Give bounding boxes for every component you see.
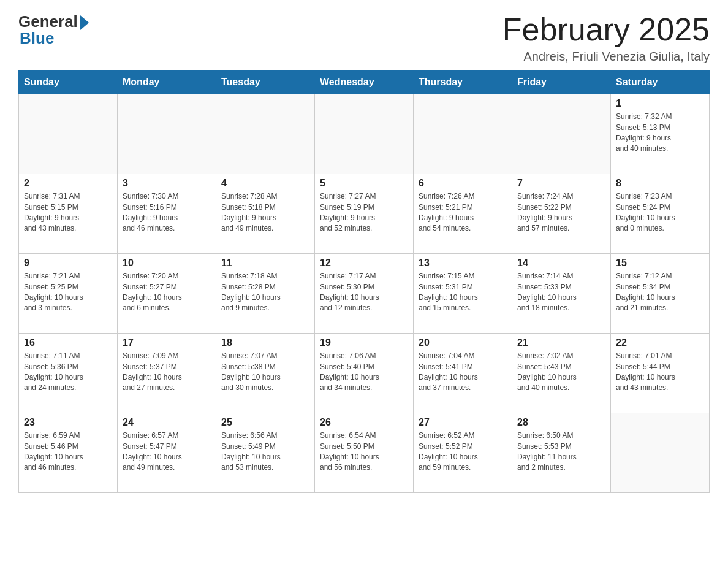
calendar-cell: 16Sunrise: 7:11 AMSunset: 5:36 PMDayligh…: [19, 334, 118, 413]
day-number: 7: [517, 178, 605, 189]
day-number: 2: [24, 178, 112, 189]
calendar-cell: 3Sunrise: 7:30 AMSunset: 5:16 PMDaylight…: [118, 174, 216, 254]
day-info: Sunrise: 6:50 AMSunset: 5:53 PMDaylight:…: [517, 431, 605, 473]
week-row-5: 23Sunrise: 6:59 AMSunset: 5:46 PMDayligh…: [19, 413, 710, 493]
week-row-3: 9Sunrise: 7:21 AMSunset: 5:25 PMDaylight…: [19, 254, 710, 334]
calendar-cell: 26Sunrise: 6:54 AMSunset: 5:50 PMDayligh…: [315, 413, 414, 493]
day-info: Sunrise: 7:09 AMSunset: 5:37 PMDaylight:…: [123, 351, 211, 394]
day-number: 21: [517, 337, 605, 348]
day-number: 27: [419, 417, 507, 428]
calendar-cell: 23Sunrise: 6:59 AMSunset: 5:46 PMDayligh…: [19, 413, 118, 493]
calendar-cell: 15Sunrise: 7:12 AMSunset: 5:34 PMDayligh…: [611, 254, 710, 334]
calendar-cell: 1Sunrise: 7:32 AMSunset: 5:13 PMDaylight…: [611, 94, 710, 174]
calendar-cell: 28Sunrise: 6:50 AMSunset: 5:53 PMDayligh…: [512, 413, 611, 493]
day-info: Sunrise: 7:02 AMSunset: 5:43 PMDaylight:…: [517, 351, 605, 394]
day-number: 14: [517, 258, 605, 269]
day-info: Sunrise: 6:56 AMSunset: 5:49 PMDaylight:…: [221, 431, 309, 473]
calendar-cell: 8Sunrise: 7:23 AMSunset: 5:24 PMDaylight…: [611, 174, 710, 254]
calendar-cell: 12Sunrise: 7:17 AMSunset: 5:30 PMDayligh…: [315, 254, 414, 334]
day-number: 4: [221, 178, 309, 189]
day-number: 5: [320, 178, 408, 189]
day-number: 13: [419, 258, 507, 269]
header-day-wednesday: Wednesday: [315, 71, 414, 94]
day-number: 22: [616, 337, 704, 348]
day-info: Sunrise: 7:18 AMSunset: 5:28 PMDaylight:…: [221, 271, 309, 314]
calendar-cell: 6Sunrise: 7:26 AMSunset: 5:21 PMDaylight…: [414, 174, 512, 254]
calendar-cell: 17Sunrise: 7:09 AMSunset: 5:37 PMDayligh…: [118, 334, 216, 413]
week-row-2: 2Sunrise: 7:31 AMSunset: 5:15 PMDaylight…: [19, 174, 710, 254]
calendar-table: SundayMondayTuesdayWednesdayThursdayFrid…: [18, 70, 710, 493]
calendar-cell: 22Sunrise: 7:01 AMSunset: 5:44 PMDayligh…: [611, 334, 710, 413]
calendar-cell: 18Sunrise: 7:07 AMSunset: 5:38 PMDayligh…: [216, 334, 315, 413]
calendar-cell: [315, 94, 414, 174]
day-number: 11: [221, 258, 309, 269]
day-number: 16: [24, 337, 112, 348]
calendar-cell: 14Sunrise: 7:14 AMSunset: 5:33 PMDayligh…: [512, 254, 611, 334]
calendar-cell: 21Sunrise: 7:02 AMSunset: 5:43 PMDayligh…: [512, 334, 611, 413]
calendar-cell: 10Sunrise: 7:20 AMSunset: 5:27 PMDayligh…: [118, 254, 216, 334]
day-number: 24: [123, 417, 211, 428]
day-info: Sunrise: 7:27 AMSunset: 5:19 PMDaylight:…: [320, 191, 408, 234]
day-info: Sunrise: 7:21 AMSunset: 5:25 PMDaylight:…: [24, 271, 112, 314]
day-info: Sunrise: 6:57 AMSunset: 5:47 PMDaylight:…: [123, 431, 211, 473]
week-row-1: 1Sunrise: 7:32 AMSunset: 5:13 PMDaylight…: [19, 94, 710, 174]
calendar-subtitle: Andreis, Friuli Venezia Giulia, Italy: [502, 50, 710, 64]
calendar-cell: 9Sunrise: 7:21 AMSunset: 5:25 PMDaylight…: [19, 254, 118, 334]
day-info: Sunrise: 7:26 AMSunset: 5:21 PMDaylight:…: [419, 191, 507, 234]
day-info: Sunrise: 7:31 AMSunset: 5:15 PMDaylight:…: [24, 191, 112, 234]
calendar-cell: 2Sunrise: 7:31 AMSunset: 5:15 PMDaylight…: [19, 174, 118, 254]
header-day-friday: Friday: [512, 71, 611, 94]
day-info: Sunrise: 7:04 AMSunset: 5:41 PMDaylight:…: [419, 351, 507, 394]
day-number: 15: [616, 258, 704, 269]
calendar-cell: 4Sunrise: 7:28 AMSunset: 5:18 PMDaylight…: [216, 174, 315, 254]
day-info: Sunrise: 7:20 AMSunset: 5:27 PMDaylight:…: [123, 271, 211, 314]
calendar-cell: [414, 94, 512, 174]
header-day-monday: Monday: [118, 71, 216, 94]
day-info: Sunrise: 7:24 AMSunset: 5:22 PMDaylight:…: [517, 191, 605, 234]
day-info: Sunrise: 7:32 AMSunset: 5:13 PMDaylight:…: [616, 112, 704, 155]
header-day-thursday: Thursday: [414, 71, 512, 94]
calendar-cell: [216, 94, 315, 174]
day-info: Sunrise: 6:52 AMSunset: 5:52 PMDaylight:…: [419, 431, 507, 473]
day-number: 3: [123, 178, 211, 189]
day-number: 10: [123, 258, 211, 269]
day-number: 9: [24, 258, 112, 269]
header-day-sunday: Sunday: [19, 71, 118, 94]
day-number: 6: [419, 178, 507, 189]
title-block: February 2025 Andreis, Friuli Venezia Gi…: [502, 12, 710, 64]
day-number: 28: [517, 417, 605, 428]
calendar-title: February 2025: [502, 12, 710, 47]
calendar-cell: [611, 413, 710, 493]
day-info: Sunrise: 7:07 AMSunset: 5:38 PMDaylight:…: [221, 351, 309, 394]
day-info: Sunrise: 7:11 AMSunset: 5:36 PMDaylight:…: [24, 351, 112, 394]
day-info: Sunrise: 7:28 AMSunset: 5:18 PMDaylight:…: [221, 191, 309, 234]
day-info: Sunrise: 7:15 AMSunset: 5:31 PMDaylight:…: [419, 271, 507, 314]
day-number: 23: [24, 417, 112, 428]
day-number: 20: [419, 337, 507, 348]
day-info: Sunrise: 7:12 AMSunset: 5:34 PMDaylight:…: [616, 271, 704, 314]
day-number: 8: [616, 178, 704, 189]
day-info: Sunrise: 7:01 AMSunset: 5:44 PMDaylight:…: [616, 351, 704, 394]
day-info: Sunrise: 6:54 AMSunset: 5:50 PMDaylight:…: [320, 431, 408, 473]
day-number: 25: [221, 417, 309, 428]
calendar-cell: [19, 94, 118, 174]
calendar-body: 1Sunrise: 7:32 AMSunset: 5:13 PMDaylight…: [19, 94, 710, 493]
calendar-cell: 13Sunrise: 7:15 AMSunset: 5:31 PMDayligh…: [414, 254, 512, 334]
header-day-saturday: Saturday: [611, 71, 710, 94]
day-number: 1: [616, 98, 704, 109]
header-day-tuesday: Tuesday: [216, 71, 315, 94]
day-info: Sunrise: 7:23 AMSunset: 5:24 PMDaylight:…: [616, 191, 704, 234]
logo-arrow-icon: [80, 15, 89, 30]
calendar-cell: 24Sunrise: 6:57 AMSunset: 5:47 PMDayligh…: [118, 413, 216, 493]
day-info: Sunrise: 7:17 AMSunset: 5:30 PMDaylight:…: [320, 271, 408, 314]
day-info: Sunrise: 7:06 AMSunset: 5:40 PMDaylight:…: [320, 351, 408, 394]
calendar-cell: 20Sunrise: 7:04 AMSunset: 5:41 PMDayligh…: [414, 334, 512, 413]
week-row-4: 16Sunrise: 7:11 AMSunset: 5:36 PMDayligh…: [19, 334, 710, 413]
calendar-cell: 5Sunrise: 7:27 AMSunset: 5:19 PMDaylight…: [315, 174, 414, 254]
day-info: Sunrise: 6:59 AMSunset: 5:46 PMDaylight:…: [24, 431, 112, 473]
calendar-cell: [512, 94, 611, 174]
day-number: 19: [320, 337, 408, 348]
calendar-cell: 25Sunrise: 6:56 AMSunset: 5:49 PMDayligh…: [216, 413, 315, 493]
logo-blue-text: Blue: [18, 29, 54, 48]
calendar-cell: 19Sunrise: 7:06 AMSunset: 5:40 PMDayligh…: [315, 334, 414, 413]
